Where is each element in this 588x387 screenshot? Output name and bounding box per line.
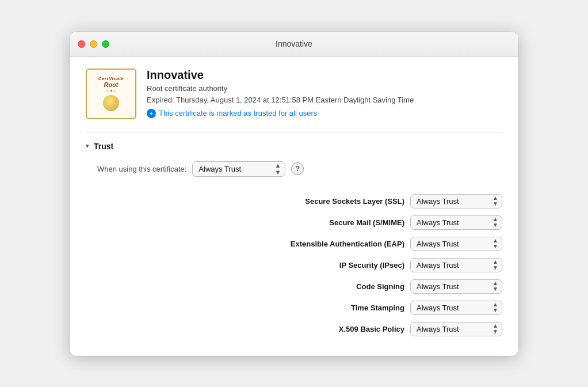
window-title: Innovative <box>276 39 312 48</box>
codesigning-label: Code Signing <box>266 282 404 291</box>
cert-icon-label-top: Certificate <box>98 76 124 81</box>
ipsec-select[interactable]: Always Trust Never Trust Use System Defa… <box>410 258 502 272</box>
when-using-select-wrapper: Always Trust Never Trust Use System Defa… <box>192 161 285 177</box>
trust-header: ▾ Trust <box>86 142 502 151</box>
trust-section: ▾ Trust When using this certificate: Alw… <box>86 132 502 340</box>
table-row: Secure Mail (S/MIME) Always Trust Never … <box>86 212 502 233</box>
close-button[interactable] <box>78 40 85 48</box>
codesigning-select[interactable]: Always Trust Never Trust Use System Defa… <box>410 279 502 294</box>
cert-header: Certificate Root ～❧～ Innovative Root cer… <box>86 69 502 119</box>
trust-section-title: Trust <box>94 142 113 151</box>
trust-chevron-icon[interactable]: ▾ <box>86 142 89 150</box>
eap-label: Extensible Authentication (EAP) <box>266 240 404 248</box>
table-row: IP Security (IPsec) Always Trust Never T… <box>86 255 502 276</box>
ipsec-select-wrapper: Always Trust Never Trust Use System Defa… <box>410 258 502 272</box>
cert-trust-status: + This certificate is marked as trusted … <box>147 109 414 118</box>
cert-icon-inner: Certificate Root ～❧～ <box>87 70 135 118</box>
traffic-lights <box>78 40 109 48</box>
ipsec-label: IP Security (IPsec) <box>266 261 404 270</box>
cert-type: Root certificate authority <box>147 84 414 93</box>
main-window: Innovative Certificate Root ～❧～ Innovati… <box>70 32 518 356</box>
timestamping-label: Time Stamping <box>266 303 404 312</box>
cert-use-label: When using this certificate: <box>97 165 186 173</box>
timestamping-select-wrapper: Always Trust Never Trust Use System Defa… <box>410 301 502 315</box>
eap-select-wrapper: Always Trust Never Trust Use System Defa… <box>410 237 502 251</box>
cert-seal-star <box>105 97 117 109</box>
eap-select[interactable]: Always Trust Never Trust Use System Defa… <box>410 237 502 251</box>
timestamping-select[interactable]: Always Trust Never Trust Use System Defa… <box>410 301 502 315</box>
cert-name: Innovative <box>147 69 414 82</box>
codesigning-select-wrapper: Always Trust Never Trust Use System Defa… <box>410 279 502 294</box>
x509-select-wrapper: Always Trust Never Trust Use System Defa… <box>410 322 502 336</box>
smime-select-wrapper: Always Trust Never Trust Use System Defa… <box>410 215 502 230</box>
cert-icon: Certificate Root ～❧～ <box>86 69 136 119</box>
table-row: Secure Sockets Layer (SSL) Always Trust … <box>86 191 502 212</box>
minimize-button[interactable] <box>90 40 97 48</box>
ssl-select[interactable]: Always Trust Never Trust Use System Defa… <box>410 194 502 208</box>
smime-select[interactable]: Always Trust Never Trust Use System Defa… <box>410 215 502 230</box>
maximize-button[interactable] <box>102 40 109 48</box>
table-row: X.509 Basic Policy Always Trust Never Tr… <box>86 318 502 340</box>
cert-seal <box>103 95 119 111</box>
help-button[interactable]: ? <box>291 162 304 175</box>
cert-icon-label-main: Root <box>104 81 118 88</box>
trust-rows: Secure Sockets Layer (SSL) Always Trust … <box>86 191 502 340</box>
content-area: Certificate Root ～❧～ Innovative Root cer… <box>70 57 518 356</box>
x509-label: X.509 Basic Policy <box>266 325 404 333</box>
cert-info: Innovative Root certificate authority Ex… <box>147 69 414 118</box>
table-row: Code Signing Always Trust Never Trust Us… <box>86 276 502 297</box>
trust-status-icon: + <box>147 109 156 118</box>
titlebar: Innovative <box>70 32 518 57</box>
ssl-label: Secure Sockets Layer (SSL) <box>266 197 404 206</box>
cert-expiry: Expired: Thursday, August 1, 2024 at 12:… <box>147 95 414 105</box>
trust-status-text: This certificate is marked as trusted fo… <box>159 109 317 117</box>
x509-select[interactable]: Always Trust Never Trust Use System Defa… <box>410 322 502 336</box>
table-row: Extensible Authentication (EAP) Always T… <box>86 233 502 255</box>
table-row: Time Stamping Always Trust Never Trust U… <box>86 297 502 318</box>
cert-use-row: When using this certificate: Always Trus… <box>86 161 502 177</box>
smime-label: Secure Mail (S/MIME) <box>266 218 404 227</box>
ssl-select-wrapper: Always Trust Never Trust Use System Defa… <box>410 194 502 208</box>
when-using-select[interactable]: Always Trust Never Trust Use System Defa… <box>192 161 285 177</box>
